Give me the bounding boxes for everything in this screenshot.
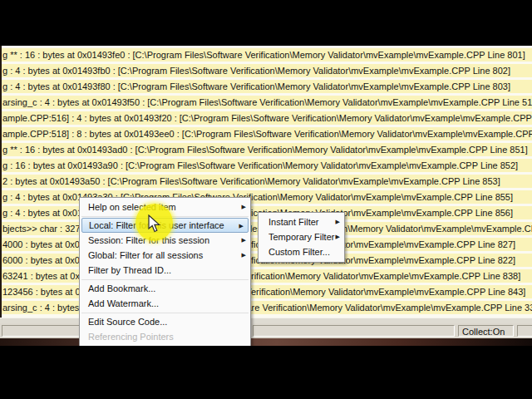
submenu-item-custom-filter[interactable]: Custom Filter... — [259, 244, 344, 259]
submenu-arrow-icon: ▶ — [242, 248, 246, 263]
menu-item-label: Global: Filter for all sessions — [88, 250, 203, 260]
menu-item-label: Referencing Pointers — [88, 332, 174, 342]
letterbox-bottom — [0, 346, 532, 399]
list-item[interactable]: arsing_c : 4 : bytes at 0x01493f50 : [C:… — [0, 96, 532, 109]
app-window: g ** : 16 : bytes at 0x01493fe0 : [C:\Pr… — [0, 0, 532, 399]
letterbox-top — [0, 0, 532, 46]
list-item[interactable]: g : 4 : bytes at 0x01493f80 : [C:\Progra… — [0, 80, 532, 93]
menu-item-label: Add Watermark... — [88, 298, 159, 308]
submenu-arrow-icon: ▶ — [242, 233, 246, 248]
menu-item-label: Custom Filter... — [268, 247, 330, 257]
submenu-arrow-icon: ▶ — [242, 200, 246, 214]
status-panel-collect: Collect:On — [458, 325, 514, 337]
list-item[interactable]: ample.CPP:518] : 8 : bytes at 0x01493ee0… — [0, 127, 532, 140]
list-item[interactable]: g : 4 : bytes at 0x01493fb0 : [C:\Progra… — [0, 64, 532, 77]
submenu-item-temporary-filter[interactable]: Temporary Filter ▶ — [259, 229, 344, 244]
menu-item-filter-by-thread-id[interactable]: Filter by Thread ID... — [80, 263, 250, 278]
menu-item-label: Instant Filter — [268, 217, 319, 227]
list-item[interactable]: 2 : bytes at 0x01493a50 : [C:\Program Fi… — [0, 175, 532, 188]
list-item[interactable]: g : 16 : bytes at 0x01493a90 : [C:\Progr… — [0, 159, 532, 172]
menu-item-label: Edit Source Code... — [88, 317, 167, 327]
menu-item-referencing-pointers: Referencing Pointers — [80, 329, 250, 344]
menu-item-label: Temporary Filter — [268, 232, 334, 242]
submenu-arrow-icon: ▶ — [336, 214, 340, 229]
status-panel-right — [517, 325, 532, 337]
menu-separator — [81, 279, 249, 280]
submenu-item-instant-filter[interactable]: Instant Filter ▶ — [259, 214, 344, 229]
menu-item-add-watermark[interactable]: Add Watermark... — [80, 296, 250, 311]
menu-item-add-bookmark[interactable]: Add Bookmark... — [80, 281, 250, 296]
list-item[interactable]: ample.CPP:516] : 4 : bytes at 0x01493f20… — [0, 111, 532, 125]
submenu-arrow-icon: ▶ — [239, 219, 244, 234]
list-item[interactable]: g ** : 16 : bytes at 0x01493fe0 : [C:\Pr… — [0, 48, 532, 62]
list-item[interactable]: g ** : 16 : bytes at 0x01493ad0 : [C:\Pr… — [0, 143, 532, 156]
window-left-crop-edge — [0, 46, 2, 318]
mouse-cursor-icon — [148, 214, 161, 233]
menu-item-label: Filter by Thread ID... — [88, 265, 171, 275]
menu-item-edit-source-code[interactable]: Edit Source Code... — [80, 314, 250, 329]
filter-submenu: Instant Filter ▶ Temporary Filter ▶ Cust… — [258, 212, 345, 263]
submenu-arrow-icon: ▶ — [336, 229, 340, 244]
menu-item-label: Add Bookmark... — [88, 283, 155, 293]
status-panel-message — [253, 325, 455, 337]
menu-item-global-filter[interactable]: Global: Filter for all sessions ▶ — [80, 248, 250, 263]
menu-separator — [81, 313, 249, 313]
